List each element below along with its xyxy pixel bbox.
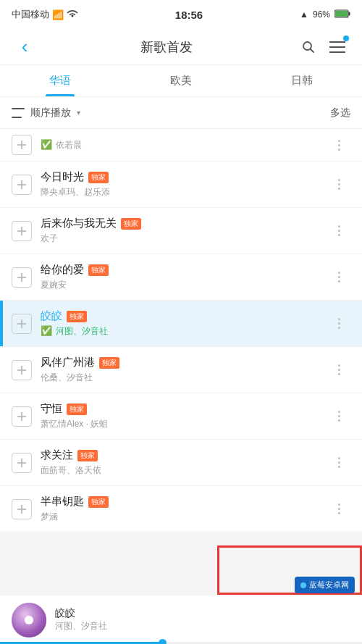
list-item: 守恒 独家 萧忆情Alex · 妖蛆 <box>0 393 362 440</box>
exclusive-badge: 独家 <box>67 311 87 322</box>
header: ‹ 新歌首发 <box>0 29 362 65</box>
song-artist: ✅ 河图、汐音社 <box>41 325 327 338</box>
more-button[interactable] <box>327 133 350 156</box>
svg-rect-2 <box>335 11 348 17</box>
three-dots-icon <box>338 457 340 468</box>
list-item: 给你的爱 独家 夏婉安 <box>0 254 362 301</box>
wifi-icon <box>67 9 78 20</box>
more-button[interactable] <box>327 312 350 335</box>
tab-japanese-korean[interactable]: 日韩 <box>241 65 362 96</box>
order-play-button[interactable]: 顺序播放 ▾ <box>12 106 80 120</box>
add-button[interactable] <box>12 221 32 241</box>
list-item: 今日时光 独家 降央卓玛、赵乐添 <box>0 162 362 208</box>
exclusive-badge: 独家 <box>99 357 119 369</box>
verified-icon: ✅ <box>41 325 52 336</box>
now-playing-artist: 河图、汐音社 <box>55 620 350 632</box>
song-info: 后来你与我无关 独家 欢子 <box>41 217 327 245</box>
carrier-label: 中国移动 <box>12 8 49 21</box>
song-artist: 面筋哥、洛天依 <box>41 464 327 477</box>
song-title: 风伴广州港 <box>41 356 95 369</box>
add-button[interactable] <box>12 406 32 427</box>
status-left: 中国移动 📶 <box>12 8 78 21</box>
tab-western[interactable]: 欧美 <box>121 65 242 96</box>
exclusive-badge: 独家 <box>121 218 141 230</box>
three-dots-icon <box>338 503 340 514</box>
watermark-dot <box>300 582 306 588</box>
three-dots-icon <box>338 272 340 283</box>
more-button[interactable] <box>327 219 350 243</box>
watermark: 蓝莓安卓网 <box>295 577 355 593</box>
order-icon <box>12 108 25 118</box>
partial-artist: ✅ 依若晨 <box>41 139 327 151</box>
list-item: 半串钥匙 独家 梦涵 <box>0 486 362 532</box>
song-info: 半串钥匙 独家 梦涵 <box>41 495 327 523</box>
song-title-row: 求关注 独家 <box>41 448 327 462</box>
page-title: 新歌首发 <box>38 38 295 56</box>
signal-icon: 📶 <box>52 9 64 20</box>
add-button[interactable] <box>12 499 32 519</box>
add-button[interactable] <box>12 135 32 155</box>
now-playing-title: 皎皎 <box>55 607 350 620</box>
song-list: ✅ 依若晨 今日时光 独家 降央卓玛、赵乐添 <box>0 129 362 532</box>
back-button[interactable]: ‹ <box>12 34 38 60</box>
exclusive-badge: 独家 <box>88 264 109 276</box>
toolbar: 顺序播放 ▾ 多选 <box>0 97 362 129</box>
song-title-row: 风伴广州港 独家 <box>41 356 327 369</box>
search-button[interactable] <box>295 34 321 60</box>
add-button[interactable] <box>12 314 32 334</box>
song-info: 守恒 独家 萧忆情Alex · 妖蛆 <box>41 402 327 430</box>
song-title: 守恒 <box>41 402 62 416</box>
song-title-row: 半串钥匙 独家 <box>41 495 327 509</box>
more-button[interactable] <box>327 498 350 521</box>
cover-art <box>12 603 46 637</box>
add-button[interactable] <box>12 360 32 380</box>
song-title-row: 今日时光 独家 <box>41 170 327 184</box>
progress-dot <box>159 639 167 644</box>
exclusive-badge: 独家 <box>77 450 98 461</box>
three-dots-icon <box>338 179 340 190</box>
song-title: 半串钥匙 <box>41 495 84 509</box>
song-artist: 欢子 <box>41 233 327 245</box>
more-button[interactable] <box>327 405 350 428</box>
more-button[interactable] <box>327 173 350 196</box>
three-dots-icon <box>338 318 340 329</box>
menu-button[interactable] <box>324 34 350 60</box>
now-playing-bar[interactable]: 皎皎 河图、汐音社 <box>0 595 362 644</box>
song-title-row: 后来你与我无关 独家 <box>41 217 327 230</box>
song-info: 求关注 独家 面筋哥、洛天依 <box>41 448 327 477</box>
song-title: 求关注 <box>41 448 73 462</box>
list-item: 求关注 独家 面筋哥、洛天依 <box>0 440 362 486</box>
song-artist: 夏婉安 <box>41 279 327 291</box>
status-bar: 中国移动 📶 18:56 ▲ 96% <box>0 0 362 29</box>
battery-icon <box>334 9 350 20</box>
add-button[interactable] <box>12 267 32 288</box>
song-info: 皎皎 独家 ✅ 河图、汐音社 <box>41 309 327 338</box>
exclusive-badge: 独家 <box>88 496 109 508</box>
three-dots-icon <box>338 140 340 151</box>
song-artist: 梦涵 <box>41 511 327 523</box>
location-icon: ▲ <box>300 9 308 20</box>
song-title: 后来你与我无关 <box>41 217 117 230</box>
now-playing-info: 皎皎 河图、汐音社 <box>55 607 350 632</box>
song-artist: 萧忆情Alex · 妖蛆 <box>41 418 327 430</box>
watermark-text: 蓝莓安卓网 <box>309 580 349 590</box>
song-title: 给你的爱 <box>41 263 84 277</box>
song-item-partial: ✅ 依若晨 <box>0 129 362 162</box>
tab-chinese[interactable]: 华语 <box>0 65 121 96</box>
list-item-highlighted: 皎皎 独家 ✅ 河图、汐音社 <box>0 301 362 347</box>
more-button[interactable] <box>327 451 350 474</box>
status-right: ▲ 96% <box>300 9 350 20</box>
more-button[interactable] <box>327 266 350 289</box>
add-button[interactable] <box>12 453 32 473</box>
exclusive-badge: 独家 <box>88 172 109 183</box>
multi-select-button[interactable]: 多选 <box>330 106 350 120</box>
add-button[interactable] <box>12 175 32 195</box>
song-info: 今日时光 独家 降央卓玛、赵乐添 <box>41 170 327 198</box>
song-artist: 降央卓玛、赵乐添 <box>41 186 327 198</box>
song-title-row: 给你的爱 独家 <box>41 263 327 277</box>
battery-label: 96% <box>313 9 330 20</box>
time-label: 18:56 <box>175 9 203 21</box>
more-button[interactable] <box>327 359 350 382</box>
song-title-row: 守恒 独家 <box>41 402 327 416</box>
tabs: 华语 欧美 日韩 <box>0 65 362 97</box>
